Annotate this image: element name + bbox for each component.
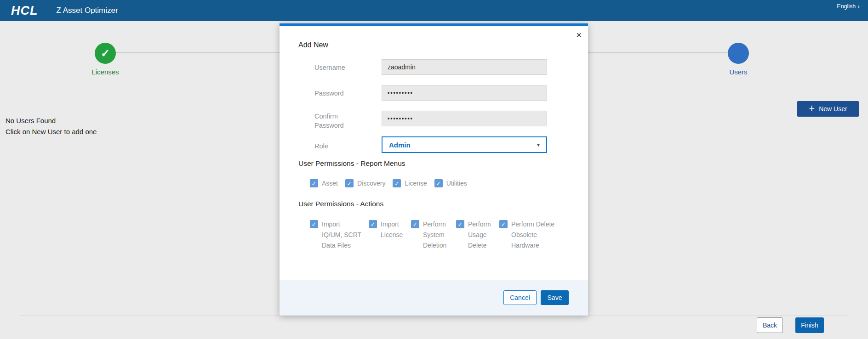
new-user-label: New User	[819, 105, 847, 113]
checkbox-license-label: License	[405, 180, 427, 187]
checkbox-checked-icon	[369, 220, 377, 228]
checkbox-discovery-label: Discovery	[357, 180, 385, 187]
cancel-button[interactable]: Cancel	[503, 290, 537, 305]
confirm-password-input[interactable]	[382, 111, 547, 126]
checkbox-label: Perform Delete Obsolete Hardware	[511, 219, 557, 251]
checkbox-checked-icon	[456, 220, 464, 228]
checkbox-label: Import License	[381, 219, 406, 240]
check-icon: ✓	[101, 48, 110, 59]
checkbox-asset-label: Asset	[322, 180, 338, 187]
new-user-button[interactable]: + New User	[797, 101, 859, 117]
language-selector[interactable]: English ›	[837, 3, 860, 10]
step-users-indicator[interactable]	[728, 43, 749, 64]
app-root: HCL Z Asset Optimizer English › ✓ Licens…	[0, 0, 868, 339]
checkbox-checked-icon	[310, 179, 318, 187]
checkbox-checked-icon	[434, 179, 443, 187]
checkbox-utilities[interactable]: Utilities	[434, 179, 467, 187]
checkbox-utilities-label: Utilities	[446, 180, 467, 187]
empty-state-title: No Users Found	[6, 115, 97, 126]
finish-button[interactable]: Finish	[795, 317, 824, 333]
checkbox-import-iqum-scrt-data-files[interactable]: Import IQ/UM, SCRT Data Files	[310, 219, 364, 251]
dialog-footer: Cancel Save	[280, 280, 588, 316]
username-input[interactable]	[382, 59, 547, 75]
back-button[interactable]: Back	[757, 317, 783, 333]
checkbox-checked-icon	[345, 179, 354, 187]
checkbox-checked-icon	[499, 220, 508, 228]
chevron-right-icon: ›	[857, 4, 860, 9]
close-icon[interactable]: ×	[576, 30, 582, 40]
checkbox-label: Perform System Deletion	[423, 219, 451, 251]
checkbox-asset[interactable]: Asset	[310, 179, 338, 187]
checkbox-perform-delete-obsolete-hardware[interactable]: Perform Delete Obsolete Hardware	[499, 219, 557, 251]
checkbox-license[interactable]: License	[393, 179, 427, 187]
topbar: HCL Z Asset Optimizer English ›	[0, 0, 868, 21]
add-new-dialog: Add New × Username Password Confirm Pass…	[280, 23, 588, 316]
empty-state-subtitle: Click on New User to add one	[6, 126, 97, 137]
save-button[interactable]: Save	[541, 290, 569, 305]
report-menus-heading: User Permissions - Report Menus	[298, 159, 405, 168]
empty-state: No Users Found Click on New User to add …	[6, 115, 97, 137]
checkbox-discovery[interactable]: Discovery	[345, 179, 385, 187]
checkbox-checked-icon	[393, 179, 401, 187]
checkbox-checked-icon	[310, 220, 318, 228]
actions-options: Import IQ/UM, SCRT Data Files Import Lic…	[310, 219, 557, 251]
checkbox-checked-icon	[411, 220, 419, 228]
hcl-logo: HCL	[11, 4, 38, 18]
chevron-down-icon: ▼	[536, 142, 541, 147]
plus-icon: +	[809, 104, 815, 113]
footer-divider	[20, 316, 848, 316]
password-label: Password	[314, 89, 360, 98]
step-users-label: Users	[711, 68, 766, 76]
checkbox-perform-usage-delete[interactable]: Perform Usage Delete	[456, 219, 495, 251]
checkbox-label: Perform Usage Delete	[468, 219, 495, 251]
checkbox-perform-system-deletion[interactable]: Perform System Deletion	[411, 219, 451, 251]
checkbox-label: Import IQ/UM, SCRT Data Files	[322, 219, 364, 251]
username-label: Username	[314, 63, 360, 72]
confirm-password-label: Confirm Password	[314, 112, 351, 130]
report-menus-options: Asset Discovery License Utilities	[310, 179, 467, 187]
step-licenses-indicator[interactable]: ✓	[95, 43, 116, 64]
checkbox-import-license[interactable]: Import License	[369, 219, 406, 240]
language-label: English	[837, 3, 856, 10]
role-label: Role	[314, 141, 360, 151]
actions-heading: User Permissions - Actions	[298, 200, 383, 208]
dialog-title: Add New	[298, 41, 328, 49]
step-licenses-label: Licenses	[78, 68, 133, 76]
role-selected-value: Admin	[389, 141, 411, 149]
role-dropdown[interactable]: Admin ▼	[382, 136, 547, 153]
password-input[interactable]	[382, 85, 547, 101]
app-title: Z Asset Optimizer	[57, 6, 118, 15]
